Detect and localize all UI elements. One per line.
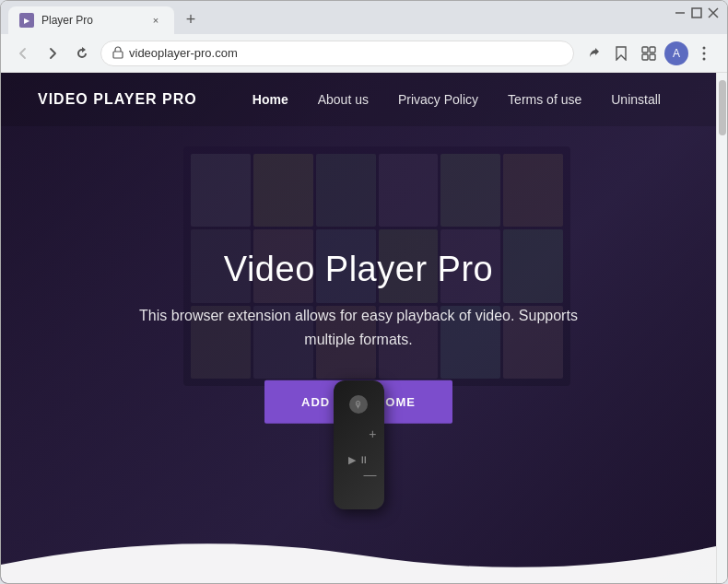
toolbar-icons: A: [581, 41, 716, 65]
remote-hand: 🎙 + ▶ ⏸ —: [303, 380, 414, 565]
hero-section: VIDEO PLAYER PRO Home About us Privacy P…: [1, 73, 716, 583]
svg-rect-9: [650, 54, 655, 60]
nav-link-home[interactable]: Home: [252, 92, 288, 107]
scrollbar[interactable]: [716, 73, 727, 583]
profile-icon[interactable]: A: [664, 41, 688, 65]
minimize-button[interactable]: [674, 6, 687, 19]
svg-marker-5: [616, 47, 626, 60]
svg-rect-4: [113, 52, 123, 58]
nav-item-privacy[interactable]: Privacy Policy: [398, 91, 478, 108]
nav-item-uninstall[interactable]: Uninstall: [611, 91, 661, 108]
lock-icon: [112, 46, 123, 61]
hero-subtitle: This browser extension allows for easy p…: [119, 304, 598, 351]
tab-bar: Player Pro × +: [1, 1, 727, 34]
url-bar[interactable]: videoplayer-pro.com: [100, 41, 574, 66]
nav-item-about[interactable]: About us: [318, 91, 369, 108]
browser-window: Player Pro × +: [0, 0, 728, 584]
maximize-button[interactable]: [690, 6, 703, 19]
site-nav: VIDEO PLAYER PRO Home About us Privacy P…: [1, 73, 716, 126]
tab-title: Player Pro: [41, 14, 93, 27]
extensions-icon[interactable]: [637, 41, 661, 65]
remote-control: 🎙 + ▶ ⏸ —: [334, 380, 384, 509]
remote-play-icon: ▶ ⏸: [348, 454, 369, 466]
nav-link-terms[interactable]: Terms of use: [508, 92, 581, 107]
svg-rect-7: [650, 47, 655, 53]
remote-minus-icon: —: [364, 467, 377, 482]
nav-links: Home About us Privacy Policy Terms of us…: [252, 91, 661, 108]
site-logo: VIDEO PLAYER PRO: [38, 91, 197, 108]
nav-item-home[interactable]: Home: [252, 91, 288, 108]
svg-rect-8: [642, 54, 648, 60]
back-button[interactable]: [12, 42, 34, 64]
svg-point-10: [703, 46, 706, 49]
new-tab-button[interactable]: +: [178, 6, 204, 32]
svg-point-12: [703, 57, 706, 60]
svg-point-11: [703, 52, 706, 54]
reload-button[interactable]: [71, 42, 93, 64]
content-area: VIDEO PLAYER PRO Home About us Privacy P…: [1, 73, 727, 583]
nav-link-privacy[interactable]: Privacy Policy: [398, 92, 478, 107]
forward-button[interactable]: [41, 42, 64, 64]
nav-link-uninstall[interactable]: Uninstall: [611, 92, 661, 107]
menu-icon[interactable]: [692, 41, 716, 65]
address-bar: videoplayer-pro.com A: [1, 34, 727, 73]
svg-rect-1: [692, 8, 701, 18]
bookmark-icon[interactable]: [609, 41, 633, 65]
nav-link-about[interactable]: About us: [318, 92, 369, 107]
remote-plus-icon: +: [369, 426, 376, 441]
close-window-button[interactable]: [707, 6, 720, 19]
nav-item-terms[interactable]: Terms of use: [508, 91, 581, 108]
url-text: videoplayer-pro.com: [129, 46, 238, 60]
scrollbar-thumb[interactable]: [719, 80, 726, 135]
active-tab[interactable]: Player Pro ×: [8, 6, 174, 34]
remote-mic-icon: 🎙: [349, 395, 368, 414]
share-icon[interactable]: [581, 41, 605, 65]
tab-favicon: [19, 13, 34, 28]
svg-rect-6: [642, 47, 648, 53]
tab-close-button[interactable]: ×: [148, 13, 163, 28]
page-content: VIDEO PLAYER PRO Home About us Privacy P…: [1, 73, 716, 583]
hero-title: Video Player Pro: [38, 250, 679, 289]
window-controls: [674, 6, 720, 19]
